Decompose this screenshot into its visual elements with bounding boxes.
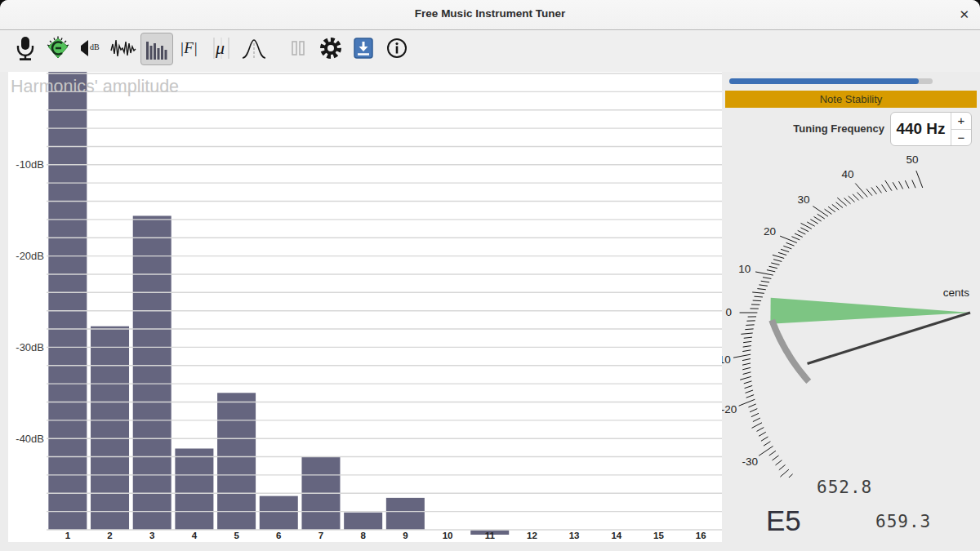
svg-text:-20dB: -20dB (16, 250, 44, 262)
target-frequency: 659.3 (875, 512, 949, 531)
gaussian-button[interactable] (238, 33, 270, 64)
settings-button[interactable] (315, 33, 346, 64)
svg-text:4: 4 (192, 531, 198, 540)
volume-db-button[interactable]: dB (75, 33, 106, 64)
svg-text:50: 50 (906, 153, 918, 166)
app-window: Free Music Instrument Tuner ✕ (0, 0, 980, 551)
svg-text:-10: -10 (722, 353, 731, 366)
tuning-frequency-spinbox[interactable]: 440 Hz + − (890, 112, 972, 146)
microphone-button[interactable] (10, 33, 41, 64)
note-name: E5 (766, 504, 801, 537)
statistics-button[interactable]: μ (206, 33, 237, 64)
svg-text:cents: cents (943, 287, 970, 299)
gaussian-icon (241, 37, 267, 60)
detected-frequency: 652.8 (817, 478, 882, 497)
waveform-icon (110, 38, 136, 59)
note-stability-label: Note Stability (820, 93, 883, 105)
window-title: Free Music Instrument Tuner (0, 7, 980, 20)
harmonics-button[interactable] (140, 33, 173, 65)
svg-text:0: 0 (725, 306, 732, 318)
svg-text:8: 8 (360, 531, 366, 540)
harmonics-icon (145, 38, 168, 60)
svg-text:12: 12 (527, 531, 537, 540)
stability-progressbar (729, 78, 933, 84)
title-bar: Free Music Instrument Tuner ✕ (0, 0, 980, 30)
info-icon (386, 38, 408, 59)
spin-buttons: + − (951, 113, 971, 145)
pause-icon (291, 40, 305, 56)
svg-text:1: 1 (65, 531, 71, 540)
svg-text:15: 15 (653, 531, 664, 540)
tuning-frequency-value[interactable]: 440 Hz (891, 113, 951, 145)
tuning-frequency-label: Tuning Frequency (721, 122, 884, 135)
svg-text:5: 5 (234, 531, 239, 540)
volume-db-icon: dB (78, 38, 104, 58)
note-stability-banner: Note Stability (725, 91, 977, 108)
fourier-button[interactable]: |F| (173, 33, 204, 64)
pause-button[interactable] (283, 33, 314, 64)
svg-text:-20: -20 (722, 403, 737, 415)
capture-button[interactable] (348, 33, 379, 64)
microphone-icon (15, 36, 36, 60)
svg-text:30: 30 (797, 193, 809, 206)
stability-progress-fill (729, 78, 919, 84)
mu-icon: μ (209, 36, 234, 60)
svg-text:20: 20 (764, 225, 776, 238)
svg-text:16: 16 (696, 531, 706, 540)
svg-text:dB: dB (90, 42, 100, 51)
svg-text:Harmonics' amplitude: Harmonics' amplitude (11, 77, 179, 96)
waveform-button[interactable] (108, 33, 139, 64)
svg-text:3: 3 (149, 531, 154, 540)
svg-text:11: 11 (485, 531, 496, 540)
toolbar: dB |F| (0, 30, 980, 72)
cents-dial: -50-40-30-20-1001020304050cents (722, 147, 980, 478)
harmonics-chart: -10dB-20dB-30dB-40dB12345678910111213141… (8, 72, 722, 542)
fourier-icon: |F| (180, 39, 198, 57)
svg-text:7: 7 (318, 531, 323, 540)
close-icon[interactable]: ✕ (959, 7, 969, 23)
svg-text:14: 14 (611, 531, 621, 540)
decrement-button[interactable]: − (951, 130, 971, 146)
svg-text:10: 10 (443, 531, 453, 540)
svg-text:13: 13 (569, 531, 580, 540)
svg-text:-40dB: -40dB (16, 433, 44, 445)
svg-text:9: 9 (403, 531, 408, 540)
svg-text:10: 10 (738, 263, 751, 275)
svg-text:6: 6 (276, 531, 281, 540)
svg-text:-10dB: -10dB (16, 158, 44, 171)
gear-icon (318, 35, 344, 61)
svg-text:40: 40 (842, 168, 854, 180)
increment-button[interactable]: + (951, 113, 971, 130)
svg-text:2: 2 (107, 531, 112, 540)
svg-text:-30: -30 (742, 455, 759, 468)
capture-icon (354, 38, 373, 59)
about-button[interactable] (381, 33, 412, 64)
svg-text:-30dB: -30dB (16, 341, 44, 353)
tuner-logo-button[interactable] (42, 33, 74, 64)
tuner-logo-icon (46, 36, 70, 60)
svg-text:μ: μ (215, 38, 225, 58)
